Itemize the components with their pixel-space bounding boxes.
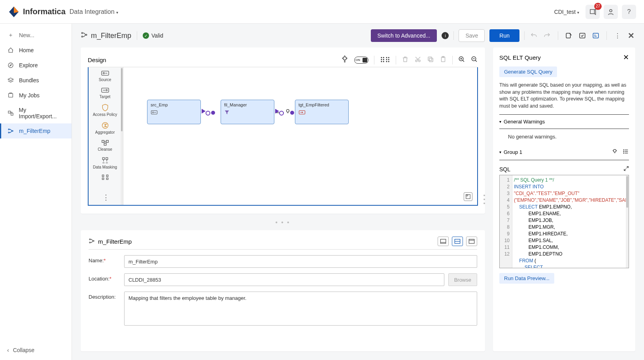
home-icon [7,47,14,54]
palette-scrollbar[interactable] [121,68,123,131]
sidebar-mapping-active[interactable]: m_FilterEmp [0,123,72,138]
palette-overflow-icon[interactable]: ⋮ [89,193,123,202]
description-label: Description: [89,292,124,300]
validate-icon[interactable] [565,31,573,40]
sidebar-explore[interactable]: Explore [0,58,72,73]
svg-point-30 [106,89,107,91]
zoom-in-icon[interactable] [458,56,465,64]
layout-single-icon[interactable] [438,237,449,246]
vertical-splitter[interactable] [483,193,486,205]
panel-splitter[interactable]: ● ● ● [81,218,485,225]
svg-rect-37 [102,175,104,176]
node-filter[interactable]: fil_Manager [221,100,274,124]
close-icon[interactable]: ✕ [623,53,629,62]
brand-name: Informatica [23,7,66,16]
user-button[interactable] [604,5,618,19]
warnings-header[interactable]: ▾General Warnings [499,114,629,129]
palette-more-item[interactable] [89,172,121,184]
switch-advanced-button[interactable]: Switch to Advanced... [371,29,437,42]
grid-icon[interactable]: ⠿⠿ [380,56,390,64]
palette-aggregator[interactable]: Aggregator [89,119,121,137]
svg-point-11 [12,131,13,132]
sidebar-new[interactable]: ＋ New... [0,28,72,43]
svg-point-61 [623,151,624,152]
info-icon[interactable]: i [442,32,449,39]
description-input[interactable]: Mapping that filters the employee table … [124,292,477,326]
zoom-out-icon[interactable] [471,56,478,64]
svg-rect-39 [102,178,104,180]
canvas-minimap-icon[interactable] [464,192,472,201]
group-header[interactable]: ▾ Group 1 [499,144,629,160]
sql-code[interactable]: /** SQL Query 1 **/ INSERT INTO "CDI_QA"… [514,177,625,268]
checkmark-panel-icon[interactable] [578,31,587,40]
redo-icon[interactable] [543,31,551,40]
trash-icon[interactable] [402,56,409,64]
palette-target[interactable]: Target [89,84,121,101]
mapping-canvas[interactable]: src_Emp fil_Manager [123,67,477,205]
svg-marker-4 [10,64,11,66]
node-source[interactable]: src_Emp [147,100,201,124]
notif-badge: 27 [594,3,602,10]
properties-panel: m_FilterEmp Name:* Location:* [81,230,485,351]
sql-panel-title: SQL ELT Query [499,54,541,61]
undo-icon[interactable] [529,31,538,40]
sql-panel-icon[interactable] [591,31,600,40]
svg-rect-34 [104,143,106,145]
save-button[interactable]: Save [459,29,485,42]
check-icon: ✓ [143,32,149,39]
palette-cleanse[interactable]: Cleanse [89,137,121,154]
bulb-icon[interactable] [341,55,349,65]
list-icon[interactable] [623,148,629,156]
svg-point-28 [103,72,104,74]
layout-split-icon[interactable] [452,237,463,246]
close-designer-icon[interactable]: ✕ [627,31,635,40]
code-scrollbar[interactable] [626,176,628,208]
design-title: Design [88,57,106,63]
transfer-icon [7,110,14,117]
notifications-button[interactable]: 27 [585,5,600,19]
warnings-message: No general warnings. [499,129,629,144]
workspace-selector[interactable]: CDI_test ▾ [552,6,582,17]
copy-icon[interactable] [427,56,434,64]
app-switcher[interactable]: Data Integration ▾ [70,8,118,15]
palette-access-policy[interactable]: Access Policy [89,101,121,119]
svg-point-43 [287,110,289,112]
location-input[interactable] [124,273,444,286]
expand-icon[interactable] [623,166,629,172]
palette-data-masking[interactable]: Data Masking [89,154,121,172]
cut-icon[interactable] [414,56,421,64]
svg-rect-36 [106,157,108,159]
sql-elt-panel: SQL ELT Query ✕ Generate SQL Query This … [493,47,635,351]
mapping-icon [7,127,14,135]
sidebar-bundles[interactable]: Bundles [0,73,72,88]
sidebar-import-export[interactable]: My Import/Export... [0,103,72,123]
generate-sql-button[interactable]: Generate SQL Query [499,66,557,77]
run-data-preview-button[interactable]: Run Data Preview... [499,273,554,284]
stack-icon [7,77,14,84]
mapping-icon [81,31,88,40]
svg-point-60 [623,150,624,150]
sidebar-home[interactable]: Home [0,43,72,58]
sql-heading: SQL [499,166,510,172]
svg-point-62 [623,153,624,153]
svg-point-9 [8,129,9,130]
autolayout-toggle[interactable]: ON [354,57,368,64]
svg-marker-5 [8,78,13,81]
svg-rect-35 [102,157,104,159]
compass-icon [7,62,14,69]
more-icon[interactable]: ⋮ [613,31,622,40]
help-button[interactable]: ? [622,5,636,19]
browse-button[interactable]: Browse [448,273,477,286]
paste-icon[interactable] [440,56,447,64]
bulb-icon[interactable] [612,148,618,156]
sidebar-collapse[interactable]: ‹ Collapse [0,340,72,360]
svg-rect-40 [106,178,108,180]
palette-source[interactable]: Source [89,67,121,84]
svg-rect-7 [8,111,10,113]
svg-point-13 [81,36,83,37]
layout-full-icon[interactable] [466,237,477,246]
node-target[interactable]: tgt_EmpFiltered [295,100,349,124]
run-button[interactable]: Run [489,29,519,42]
name-input[interactable] [124,255,477,268]
sidebar-myjobs[interactable]: My Jobs [0,88,72,103]
